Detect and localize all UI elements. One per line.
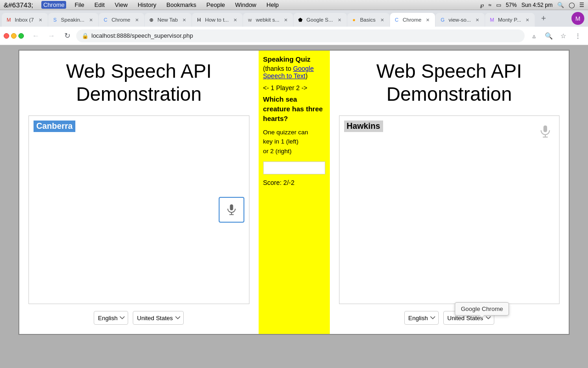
wifi-icon: ≈ — [488, 2, 492, 8]
menu-help[interactable]: Help — [265, 1, 281, 9]
zoom-icon[interactable]: 🔍 — [542, 29, 555, 42]
tab-github[interactable]: ⬟ Google S... ✕ — [294, 13, 347, 27]
chrome-tooltip: Google Chrome — [455, 302, 509, 316]
menu-view[interactable]: View — [113, 1, 130, 9]
tab-speaking-favicon: S — [52, 17, 58, 23]
right-mic-button[interactable] — [536, 122, 554, 141]
right-player-panel: Web Speech API Demonstration Hawkins — [330, 51, 569, 334]
tab-chrome1-label: Chrome — [112, 17, 130, 23]
svg-rect-3 — [543, 125, 547, 132]
quiz-question: Which sea creature has three hearts? — [263, 94, 325, 123]
clock: Sun 4:52 pm — [521, 2, 553, 8]
tab-basics-label: Basics — [360, 17, 376, 23]
search-icon[interactable]: 🔍 — [557, 2, 564, 8]
address-bar[interactable]: 🔒 localhost:8888/speech_supervisor.php — [76, 29, 525, 42]
window-minimize-button[interactable] — [11, 33, 17, 39]
menu-extras-icon[interactable]: ☰ — [579, 2, 584, 8]
lock-icon: 🔒 — [82, 33, 89, 39]
tab-howto[interactable]: H How to t... ✕ — [192, 13, 243, 27]
tab-chrome1-close[interactable]: ✕ — [133, 16, 141, 23]
quiz-instruction: One quizzer can key in 1 (left) or 2 (ri… — [263, 128, 325, 156]
forward-button[interactable]: → — [45, 29, 58, 42]
tab-montyp-favicon: M — [489, 17, 495, 23]
window-maximize-button[interactable] — [18, 33, 24, 39]
menu-bookmarks[interactable]: Bookmarks — [164, 1, 198, 9]
tab-viewso[interactable]: G view-so... ✕ — [435, 13, 485, 27]
tab-speaking-label: Speakin... — [61, 17, 85, 23]
bookmark-icon[interactable]: ☆ — [557, 29, 570, 42]
tab-howto-close[interactable]: ✕ — [232, 16, 239, 23]
cast-icon[interactable]: ▵ — [527, 29, 540, 42]
quiz-score: Score: 2/-2 — [263, 179, 325, 186]
user-icon[interactable]: ◯ — [569, 2, 575, 8]
tab-speaking-close[interactable]: ✕ — [87, 16, 95, 23]
apple-menu[interactable]: &#63743; — [4, 1, 33, 9]
left-mic-button[interactable] — [219, 197, 244, 223]
reload-button[interactable]: ↻ — [61, 29, 74, 42]
tab-newtab[interactable]: ⊕ New Tab ✕ — [145, 13, 192, 27]
chrome-menu-icon[interactable]: ⋮ — [571, 29, 584, 42]
right-speech-area: Hawkins — [339, 115, 560, 304]
left-region-select[interactable]: United States — [133, 311, 184, 325]
profile-button[interactable]: M — [571, 12, 584, 25]
left-speech-result: Canberra — [34, 121, 75, 132]
tab-inbox[interactable]: M Inbox (7 ✕ — [2, 13, 48, 27]
tab-basics-close[interactable]: ✕ — [379, 16, 386, 23]
quiz-title: Speaking Quiz — [263, 55, 325, 63]
right-mic-icon — [538, 124, 553, 139]
tab-chrome2-favicon: C — [394, 17, 400, 23]
tab-viewso-close[interactable]: ✕ — [474, 16, 481, 23]
tab-github-label: Google S... — [306, 17, 333, 23]
quiz-answer-input[interactable] — [263, 161, 325, 174]
battery-level: 57% — [506, 2, 517, 8]
tab-chrome1[interactable]: C Chrome ✕ — [99, 13, 144, 27]
address-bar-row: ← → ↻ 🔒 localhost:8888/speech_supervisor… — [0, 27, 588, 45]
page-content: Web Speech API Demonstration Canberra — [0, 45, 588, 368]
tab-howto-favicon: H — [196, 17, 202, 23]
menu-people[interactable]: People — [204, 1, 226, 9]
chrome-window: M Inbox (7 ✕ S Speakin... ✕ C Chrome ✕ ⊕… — [0, 10, 588, 368]
new-tab-button[interactable]: + — [537, 12, 550, 25]
tab-inbox-close[interactable]: ✕ — [37, 16, 44, 23]
tab-viewso-label: view-so... — [448, 17, 471, 23]
tab-bar: M Inbox (7 ✕ S Speakin... ✕ C Chrome ✕ ⊕… — [0, 10, 588, 27]
tab-inbox-label: Inbox (7 — [15, 17, 34, 23]
menu-window[interactable]: Window — [233, 1, 258, 9]
right-speech-result: Hawkins — [344, 121, 383, 132]
tab-webkit[interactable]: w webkit s... ✕ — [243, 13, 293, 27]
url-text: localhost:8888/speech_supervisor.php — [91, 32, 193, 39]
tab-montyp-label: Monty P... — [498, 17, 521, 23]
tab-montyp[interactable]: M Monty P... ✕ — [485, 13, 535, 27]
tab-viewso-favicon: G — [439, 17, 446, 23]
tab-github-close[interactable]: ✕ — [336, 16, 343, 23]
tab-newtab-label: New Tab — [158, 17, 178, 23]
tab-chrome2-active[interactable]: C Chrome ✕ — [390, 13, 435, 27]
left-mic-icon — [225, 203, 238, 216]
tab-inbox-favicon: M — [6, 17, 12, 23]
left-player-panel: Web Speech API Demonstration Canberra — [19, 51, 259, 334]
menu-edit[interactable]: Edit — [92, 1, 106, 9]
tab-chrome2-close[interactable]: ✕ — [424, 16, 431, 23]
address-right-icons: ▵ 🔍 ☆ ⋮ — [527, 29, 584, 42]
tab-github-favicon: ⬟ — [297, 17, 304, 23]
tab-webkit-close[interactable]: ✕ — [282, 16, 289, 23]
menu-bar: &#63743; Chrome File Edit View History B… — [0, 0, 588, 10]
left-language-select[interactable]: English — [94, 311, 128, 325]
back-button[interactable]: ← — [29, 29, 42, 42]
app-container: Web Speech API Demonstration Canberra — [18, 50, 570, 335]
tab-montyp-close[interactable]: ✕ — [524, 16, 531, 23]
window-close-button[interactable] — [4, 33, 9, 39]
tab-howto-label: How to t... — [205, 17, 229, 23]
tab-basics[interactable]: ● Basics ✕ — [347, 13, 390, 27]
tab-webkit-label: webkit s... — [256, 17, 279, 23]
menu-history[interactable]: History — [136, 1, 158, 9]
tab-newtab-close[interactable]: ✕ — [181, 16, 188, 23]
menu-chrome[interactable]: Chrome — [41, 1, 66, 9]
tab-speaking[interactable]: S Speakin... ✕ — [48, 13, 98, 27]
tab-newtab-favicon: ⊕ — [148, 17, 155, 23]
menu-bar-right: ℘ ≈ ▭ 57% Sun 4:52 pm 🔍 ◯ ☰ — [480, 2, 584, 8]
left-panel-title: Web Speech API Demonstration — [66, 60, 212, 106]
menu-file[interactable]: File — [73, 1, 86, 9]
bluetooth-icon: ℘ — [480, 2, 484, 8]
right-language-select[interactable]: English — [404, 311, 439, 325]
